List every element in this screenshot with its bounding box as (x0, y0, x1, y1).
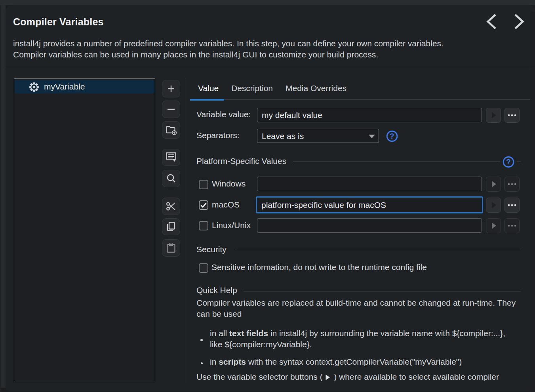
svg-text:?: ? (506, 158, 510, 166)
svg-text:?: ? (390, 132, 394, 140)
